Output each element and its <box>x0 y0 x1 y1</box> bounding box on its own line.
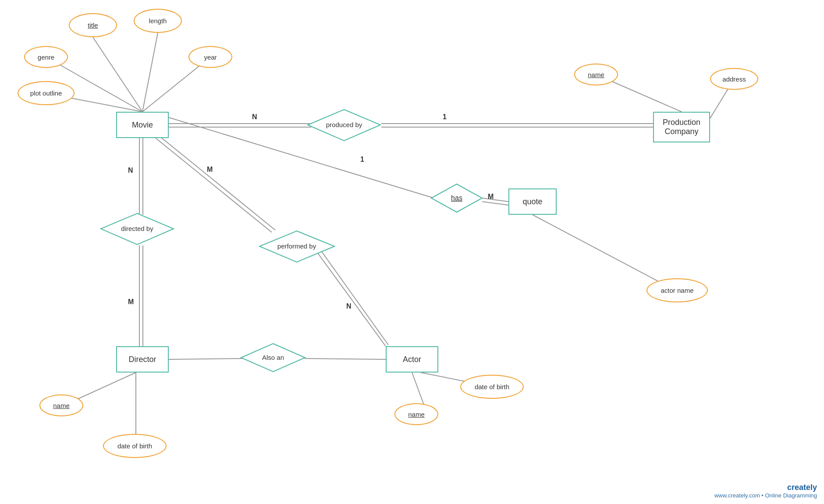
diagram-container: Movie Production Company Director Actor … <box>0 0 824 504</box>
entity-director: Director <box>116 346 169 373</box>
entity-quote: quote <box>508 188 557 215</box>
svg-line-28 <box>305 358 386 359</box>
relationship-produced-by: produced by <box>307 109 381 142</box>
svg-line-0 <box>93 37 142 112</box>
entity-movie: Movie <box>116 112 169 138</box>
relationship-also-an: Also an <box>240 343 306 373</box>
cardinality-movie-quote-1: 1 <box>360 156 364 163</box>
attribute-year: year <box>188 46 232 68</box>
cardinality-directed-director-M: M <box>128 298 134 306</box>
cardinality-movie-performed-M: M <box>207 166 213 174</box>
entity-actor: Actor <box>386 346 438 373</box>
watermark: creately www.creately.com • Online Diagr… <box>714 483 817 499</box>
watermark-site: www.creately.com • Online Diagramming <box>714 492 817 499</box>
relationship-has: has <box>430 183 483 213</box>
svg-line-16 <box>159 136 275 230</box>
cardinality-movie-produced-N: N <box>252 113 257 121</box>
svg-text:produced by: produced by <box>326 121 362 128</box>
cardinality-produced-company-1: 1 <box>443 113 447 121</box>
cardinality-has-quote-M: M <box>488 193 494 201</box>
attribute-length: length <box>134 9 182 33</box>
attribute-plot-outline: plot outline <box>18 81 75 105</box>
svg-text:Also an: Also an <box>262 354 284 361</box>
svg-line-20 <box>482 198 508 202</box>
svg-line-19 <box>169 117 434 198</box>
svg-line-22 <box>533 215 675 290</box>
attribute-actor-name-attr: actor name <box>646 278 708 302</box>
svg-line-17 <box>315 249 386 346</box>
diagram-svg <box>0 0 824 504</box>
svg-text:directed by: directed by <box>121 225 153 232</box>
svg-line-1 <box>142 33 158 112</box>
relationship-performed-by: performed by <box>259 230 335 263</box>
relationship-directed-by: directed by <box>100 213 174 245</box>
entity-production-company: Production Company <box>653 112 710 142</box>
cardinality-performed-actor-N: N <box>346 302 352 310</box>
attribute-prod-address: address <box>710 68 758 90</box>
watermark-brand: creately <box>714 483 817 492</box>
svg-line-27 <box>169 358 243 359</box>
svg-text:has: has <box>451 194 462 202</box>
attribute-genre: genre <box>24 46 68 68</box>
svg-line-21 <box>482 202 508 205</box>
attribute-director-dob: date of birth <box>103 434 167 458</box>
attribute-title: title <box>69 13 117 37</box>
attribute-actor-dob: date of birth <box>460 375 524 399</box>
attribute-actor-name: name <box>394 403 438 425</box>
attribute-director-name: name <box>39 394 83 416</box>
attribute-prod-name: name <box>574 64 618 85</box>
svg-text:performed by: performed by <box>277 242 316 250</box>
cardinality-movie-directed-N: N <box>128 167 133 174</box>
